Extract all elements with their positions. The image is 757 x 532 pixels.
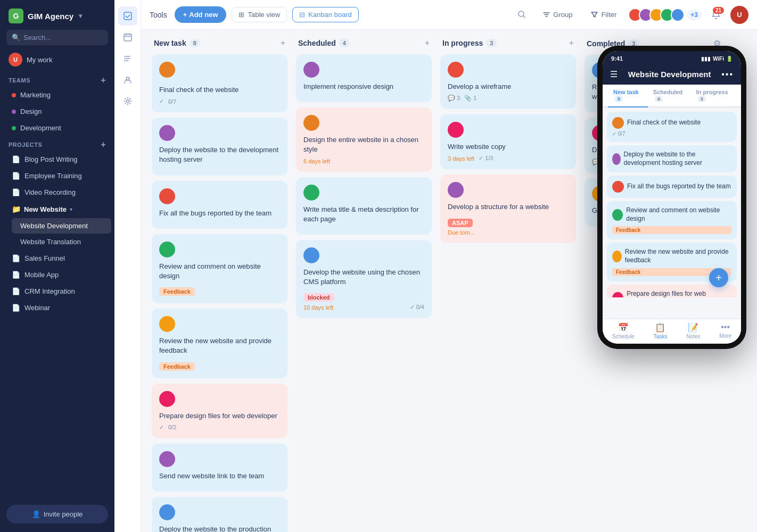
- feedback-tag: Feedback: [159, 287, 195, 296]
- team-avatars[interactable]: +3: [628, 8, 702, 22]
- group-button[interactable]: Group: [536, 7, 579, 22]
- sidebar-item-blog-post[interactable]: 📄 Blog Post Writing: [3, 152, 111, 167]
- add-new-button[interactable]: + Add new: [175, 6, 227, 23]
- agency-chevron: ▾: [79, 12, 82, 20]
- topbar: Tools + Add new ⊞ Table view ⊟ Kanban bo…: [141, 0, 757, 30]
- col-new-task-count: 8: [190, 39, 200, 47]
- sidebar-item-website-development[interactable]: Website Development: [12, 218, 111, 234]
- notification-button[interactable]: 21: [707, 6, 725, 24]
- phone-more-icon[interactable]: •••: [721, 70, 734, 79]
- phone-nav-notes[interactable]: 📝 Notes: [686, 322, 700, 339]
- sidebar-item-video-recording[interactable]: 📄 Video Recording: [3, 185, 111, 200]
- toolbar-tasks-button[interactable]: [118, 6, 137, 26]
- card-title: Review the new website and provide feedb…: [159, 336, 280, 355]
- col-in-progress-settings[interactable]: +: [569, 38, 574, 48]
- check-icon: ✓: [159, 98, 164, 105]
- col-in-progress-count: 3: [486, 39, 497, 47]
- signal-icon: ▮▮▮: [701, 56, 711, 62]
- sidebar-item-marketing[interactable]: Marketing: [3, 87, 111, 103]
- kanban-wrapper: New task 8 + Final check of the website …: [141, 30, 757, 532]
- teams-label: Teams: [9, 77, 30, 84]
- schedule-icon: 📅: [618, 322, 629, 332]
- column-in-progress: In progress 3 + Develop a wireframe 💬 3 …: [440, 38, 576, 248]
- col-new-task-settings[interactable]: +: [281, 38, 285, 48]
- card-fix-bugs[interactable]: Fix all the bugs reported by the team: [152, 181, 287, 229]
- toolbar-settings-button[interactable]: [118, 92, 137, 111]
- search-icon: 🔍: [12, 34, 20, 41]
- add-project-button[interactable]: +: [101, 140, 106, 149]
- sidebar-item-new-website-group[interactable]: 📁 New Website ▾: [3, 201, 111, 217]
- sidebar-item-mobile-app[interactable]: 📄 Mobile App: [3, 267, 111, 282]
- card-user-avatar: [448, 62, 464, 78]
- card-website-copy[interactable]: Write website copy 3 days left ✓ 1/3: [440, 114, 576, 169]
- teams-section-header: Teams +: [0, 72, 114, 87]
- sidebar-item-development[interactable]: Development: [3, 120, 111, 136]
- card-cms-platform[interactable]: Develop the website using the chosen CMS…: [296, 240, 432, 318]
- card-prepare-design[interactable]: Prepare design files for web developer ✓…: [152, 384, 287, 438]
- sidebar-item-sales-funnel[interactable]: 📄 Sales Funnel: [3, 251, 111, 266]
- table-icon: ⊞: [238, 11, 244, 19]
- card-structure[interactable]: Develop a structure for a website ASAP D…: [440, 174, 576, 243]
- col-scheduled-settings[interactable]: +: [425, 38, 430, 48]
- card-final-check[interactable]: Final check of the website ✓ 0/7: [152, 54, 287, 112]
- phone-card-title: Final check of the website: [627, 119, 701, 127]
- phone-card-fix-bugs[interactable]: Fix all the bugs reported by the team: [607, 176, 737, 198]
- column-new-task: New task 8 + Final check of the website …: [152, 38, 287, 532]
- phone-card-avatar: [612, 181, 624, 193]
- sidebar-item-crm[interactable]: 📄 CRM Integration: [3, 284, 111, 299]
- toolbar-list-button[interactable]: [118, 49, 137, 68]
- search-bar[interactable]: 🔍 Search...: [6, 30, 108, 45]
- projects-label: Projects: [9, 142, 42, 148]
- card-user-avatar: [448, 182, 464, 198]
- table-view-button[interactable]: ⊞ Table view: [232, 7, 287, 22]
- phone-nav-more[interactable]: ••• More: [719, 322, 731, 339]
- phone-nav-schedule[interactable]: 📅 Schedule: [612, 322, 635, 339]
- card-title: Review and comment on website design: [159, 262, 280, 281]
- phone-tab-count: 3: [698, 96, 706, 102]
- filter-button[interactable]: Filter: [584, 7, 623, 22]
- toolbar-calendar-button[interactable]: [118, 28, 137, 47]
- card-send-link[interactable]: Send new website link to the team: [152, 444, 287, 492]
- col-scheduled-title: Scheduled: [298, 39, 336, 47]
- phone-tab-scheduled[interactable]: Scheduled 4: [648, 85, 691, 106]
- phone-tab-new-task[interactable]: New task 8: [608, 85, 648, 106]
- phone-card-final-check[interactable]: Final check of the website ✓ 0/7: [607, 112, 737, 142]
- card-deploy-dev[interactable]: Deploy the website to the development ho…: [152, 118, 287, 175]
- phone-tab-in-progress[interactable]: In progress 3: [691, 85, 736, 106]
- card-wireframe[interactable]: Develop a wireframe 💬 3 📎 1: [440, 54, 576, 109]
- card-title: Fix all the bugs reported by the team: [159, 209, 280, 218]
- card-review-new-website[interactable]: Review the new website and provide feedb…: [152, 309, 287, 378]
- search-placeholder: Search...: [23, 34, 51, 41]
- kanban-board-button[interactable]: ⊟ Kanban board: [292, 7, 359, 22]
- card-meta-desc[interactable]: Write meta title & meta description for …: [296, 177, 432, 235]
- sidebar-item-employee-training[interactable]: 📄 Employee Training: [3, 168, 111, 184]
- card-review-design[interactable]: Review and comment on website design Fee…: [152, 234, 287, 303]
- column-new-task-header: New task 8 +: [152, 38, 287, 48]
- toolbar-user-button[interactable]: [118, 70, 137, 89]
- card-responsive[interactable]: Implement responsive design: [296, 54, 432, 102]
- blocked-tag: blocked: [303, 293, 334, 302]
- my-work-link[interactable]: U My work: [0, 49, 114, 72]
- kanban-icon: ⊟: [299, 11, 305, 19]
- current-user-avatar[interactable]: U: [730, 6, 748, 24]
- phone-card-deploy[interactable]: Deploy the website to the development ho…: [607, 145, 737, 172]
- avatar-5[interactable]: [671, 8, 685, 22]
- sidebar-item-webinar[interactable]: 📄 Webinar: [3, 300, 111, 315]
- phone-nav-tasks[interactable]: 📋 Tasks: [654, 322, 668, 339]
- sidebar-item-design[interactable]: Design: [3, 104, 111, 119]
- card-meta: ✓ 0/2: [159, 424, 280, 431]
- search-button[interactable]: [513, 6, 531, 24]
- card-design-style[interactable]: Design the entire website in a chosen st…: [296, 107, 432, 171]
- phone-bottom-nav: 📅 Schedule 📋 Tasks 📝 Notes •••: [603, 319, 741, 344]
- add-team-button[interactable]: +: [101, 76, 106, 85]
- phone-fab-button[interactable]: +: [709, 268, 728, 287]
- phone-card-review-design[interactable]: Review and comment on website design Fee…: [607, 201, 737, 239]
- col-in-progress-title: In progress: [442, 39, 483, 47]
- crm-icon: 📄: [12, 287, 20, 295]
- phone-card-avatar: [612, 292, 623, 297]
- phone-menu-icon[interactable]: ☰: [610, 69, 618, 79]
- app-logo[interactable]: G GIM Agency ▾: [0, 0, 114, 30]
- sidebar-item-website-translation[interactable]: Website Translation: [12, 234, 111, 250]
- invite-people-button[interactable]: 👤 Invite people: [6, 505, 108, 523]
- card-deploy-prod[interactable]: Deploy the website to the production env…: [152, 497, 287, 532]
